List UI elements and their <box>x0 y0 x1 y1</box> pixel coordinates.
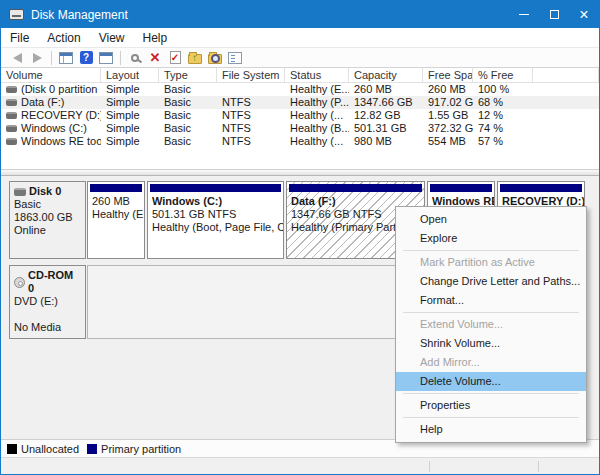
statusbar-divider <box>429 461 430 472</box>
menu-item-explore[interactable]: Explore <box>396 229 586 248</box>
cell-capacity: 260 MB <box>349 83 423 96</box>
table-row[interactable]: (Disk 0 partition 1) Simple Basic Health… <box>1 83 599 96</box>
menu-item-delete-volume[interactable]: Delete Volume... <box>396 372 586 391</box>
legend-unallocated: Unallocated <box>7 443 79 455</box>
properties-icon[interactable] <box>226 50 244 66</box>
partition-status: Healthy (EI <box>92 208 142 221</box>
cell-type: Basic <box>159 96 217 109</box>
column-status[interactable]: Status <box>285 68 349 82</box>
volume-icon <box>6 86 17 93</box>
table-row[interactable]: RECOVERY (D:) Simple Basic NTFS Healthy … <box>1 109 599 122</box>
disk0-name: Disk 0 <box>29 185 61 198</box>
cell-fs <box>217 83 285 96</box>
partition-status: Healthy (Boot, Page File, Cras <box>152 221 281 234</box>
column-volume[interactable]: Volume <box>1 68 101 82</box>
partition-efi[interactable]: 260 MB Healthy (EI <box>87 181 145 259</box>
menu-bar: File Action View Help <box>1 28 599 48</box>
cell-type: Basic <box>159 83 217 96</box>
cell-free: 260 MB <box>423 83 473 96</box>
maximize-button[interactable] <box>539 1 569 28</box>
cell-free: 917.02 GB <box>423 96 473 109</box>
column-layout[interactable]: Layout <box>101 68 159 82</box>
column-file-system[interactable]: File System <box>217 68 285 82</box>
cell-capacity: 12.82 GB <box>349 109 423 122</box>
mark-partition-active-icon[interactable] <box>166 50 184 66</box>
cell-fs: NTFS <box>217 96 285 109</box>
cell-pct: 100 % <box>473 83 533 96</box>
volume-icon <box>6 125 17 132</box>
cell-fs: NTFS <box>217 109 285 122</box>
cell-capacity: 1347.66 GB <box>349 96 423 109</box>
maximize-icon <box>550 10 559 19</box>
cell-free: 554 MB <box>423 135 473 148</box>
menu-help[interactable]: Help <box>134 28 177 47</box>
back-icon[interactable] <box>8 50 26 66</box>
menu-file[interactable]: File <box>1 28 38 47</box>
cell-fs: NTFS <box>217 122 285 135</box>
column-type[interactable]: Type <box>159 68 217 82</box>
column-capacity[interactable]: Capacity <box>349 68 423 82</box>
menu-item-open[interactable]: Open <box>396 210 586 229</box>
forward-icon[interactable] <box>28 50 46 66</box>
volume-name: Windows RE tools <box>21 135 101 148</box>
toolbar <box>1 48 599 68</box>
open-folder-icon[interactable] <box>186 50 204 66</box>
cell-fs: NTFS <box>217 135 285 148</box>
disk0-size: 1863.00 GB <box>14 211 81 224</box>
toolbar-separator <box>120 51 121 65</box>
partition-band <box>430 184 492 192</box>
window-title: Disk Management <box>31 8 509 22</box>
cell-pct: 12 % <box>473 109 533 122</box>
status-bar <box>1 457 599 474</box>
minimize-button[interactable] <box>509 1 539 28</box>
help-icon[interactable] <box>77 50 95 66</box>
delete-volume-icon[interactable] <box>146 50 164 66</box>
cell-layout: Simple <box>101 96 159 109</box>
pane-splitter[interactable] <box>1 169 599 176</box>
table-row[interactable]: Data (F:) Simple Basic NTFS Healthy (P..… <box>1 96 599 109</box>
explore-folder-icon[interactable] <box>206 50 224 66</box>
menu-item-properties[interactable]: Properties <box>396 396 586 415</box>
cell-layout: Simple <box>101 122 159 135</box>
cell-status: Healthy (... <box>285 109 349 122</box>
menu-view[interactable]: View <box>90 28 134 47</box>
cdrom-panel[interactable]: CD-ROM 0 DVD (E:) No Media <box>9 265 86 339</box>
unallocated-swatch <box>7 444 17 454</box>
disk0-type: Basic <box>14 198 81 211</box>
table-row[interactable]: Windows RE tools Simple Basic NTFS Healt… <box>1 135 599 148</box>
column-filler <box>533 68 599 82</box>
partition-windows-c[interactable]: Windows (C:) 501.31 GB NTFS Healthy (Boo… <box>147 181 284 259</box>
volume-name: RECOVERY (D:) <box>21 109 101 122</box>
close-button[interactable] <box>569 1 599 28</box>
menu-item-add-mirror: Add Mirror... <box>396 353 586 372</box>
disk0-panel[interactable]: Disk 0 Basic 1863.00 GB Online <box>9 181 86 259</box>
table-row[interactable]: Windows (C:) Simple Basic NTFS Healthy (… <box>1 122 599 135</box>
volume-list: Volume Layout Type File System Status Ca… <box>1 68 599 169</box>
minimize-icon <box>519 14 529 15</box>
partition-band <box>289 184 422 192</box>
show-console-tree-icon[interactable] <box>57 50 75 66</box>
show-action-pane-icon[interactable] <box>97 50 115 66</box>
cell-pct: 74 % <box>473 122 533 135</box>
menu-action[interactable]: Action <box>38 28 89 47</box>
cell-pct: 68 % <box>473 96 533 109</box>
menu-item-change-drive-letter[interactable]: Change Drive Letter and Paths... <box>396 272 586 291</box>
cell-free: 372.32 GB <box>423 122 473 135</box>
menu-item-format[interactable]: Format... <box>396 291 586 310</box>
partition-band <box>90 184 142 192</box>
column-percent-free[interactable]: % Free <box>473 68 533 82</box>
volume-icon <box>6 112 17 119</box>
partition-size: 501.31 GB NTFS <box>152 208 281 221</box>
menu-item-shrink-volume[interactable]: Shrink Volume... <box>396 334 586 353</box>
hard-disk-icon <box>14 188 26 196</box>
cell-status: Healthy (E... <box>285 83 349 96</box>
rescan-disks-icon[interactable] <box>126 50 144 66</box>
context-menu: Open Explore Mark Partition as Active Ch… <box>395 206 587 443</box>
column-free-space[interactable]: Free Spa... <box>423 68 473 82</box>
menu-item-help[interactable]: Help <box>396 420 586 439</box>
toolbar-separator <box>51 51 52 65</box>
cdrom-drive: DVD (E:) <box>14 295 81 308</box>
menu-separator <box>403 312 579 313</box>
legend-label: Primary partition <box>101 443 181 455</box>
volume-icon <box>6 138 17 145</box>
